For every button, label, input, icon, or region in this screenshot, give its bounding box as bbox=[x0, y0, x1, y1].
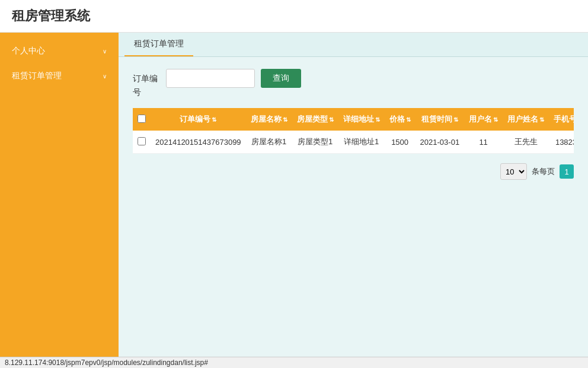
main-layout: 个人中心 ∨ 租赁订单管理 ∨ 租赁订单管理 订单编 号 查询 bbox=[0, 33, 588, 368]
row-address: 详细地址1 bbox=[338, 131, 385, 154]
sort-icon-order-no: ⇅ bbox=[212, 116, 216, 123]
row-house-type: 房屋类型1 bbox=[292, 131, 338, 154]
sort-icon-house-type: ⇅ bbox=[329, 116, 334, 123]
table-header-house-type[interactable]: 房屋类型⇅ bbox=[292, 108, 338, 131]
table-header-address[interactable]: 详细地址⇅ bbox=[338, 108, 385, 131]
sidebar-item-personal-center-arrow: ∨ bbox=[103, 48, 107, 55]
row-realname: 王先生 bbox=[503, 131, 549, 154]
sidebar-item-order-management-arrow: ∨ bbox=[103, 73, 107, 80]
table-body: 20214120151437673099 房屋名称1 房屋类型1 详细地址1 1… bbox=[133, 131, 574, 154]
search-input[interactable] bbox=[166, 69, 255, 88]
pagination-area: 102050 条每页 1 bbox=[133, 163, 574, 180]
row-select-checkbox[interactable] bbox=[138, 137, 146, 145]
row-checkbox[interactable] bbox=[133, 131, 151, 154]
orders-table: 订单编号⇅ 房屋名称⇅ 房屋类型⇅ 详细地址⇅ bbox=[133, 108, 574, 154]
row-price: 1500 bbox=[385, 131, 416, 154]
table-header-realname[interactable]: 用户姓名⇅ bbox=[503, 108, 549, 131]
select-all-checkbox[interactable] bbox=[138, 115, 146, 123]
sort-icon-username: ⇅ bbox=[493, 116, 498, 123]
table-header-rent-time[interactable]: 租赁时间⇅ bbox=[416, 108, 465, 131]
page-number-1[interactable]: 1 bbox=[560, 164, 574, 179]
status-url: 8.129.11.174:9018/jspm7epv0/jsp/modules/… bbox=[5, 359, 208, 367]
row-order-no: 20214120151437673099 bbox=[151, 131, 246, 154]
per-page-label: 条每页 bbox=[532, 166, 555, 177]
search-label-line1: 订单编 bbox=[133, 69, 158, 88]
row-username: 11 bbox=[464, 131, 503, 154]
sidebar-item-order-management-label: 租赁订单管理 bbox=[12, 71, 62, 81]
tab-bar: 租赁订单管理 bbox=[119, 33, 588, 57]
tab-order-management-label: 租赁订单管理 bbox=[134, 39, 184, 48]
table-header-price[interactable]: 价格⇅ bbox=[385, 108, 416, 131]
search-button[interactable]: 查询 bbox=[261, 69, 301, 88]
table-header-house-name[interactable]: 房屋名称⇅ bbox=[246, 108, 292, 131]
sort-icon-rent-time: ⇅ bbox=[453, 116, 458, 123]
app-title: 租房管理系统 bbox=[12, 7, 90, 25]
search-label-line2: 号 bbox=[133, 88, 141, 96]
sort-icon-realname: ⇅ bbox=[539, 116, 544, 123]
table-row: 20214120151437673099 房屋名称1 房屋类型1 详细地址1 1… bbox=[133, 131, 574, 154]
table-header-order-no[interactable]: 订单编号⇅ bbox=[151, 108, 246, 131]
search-label-block: 订单编 号 bbox=[133, 69, 162, 96]
main-content: 订单编 号 查询 订单编号⇅ bbox=[119, 57, 588, 368]
page-size-select[interactable]: 102050 bbox=[500, 163, 527, 180]
top-header: 租房管理系统 bbox=[0, 0, 588, 33]
row-phone: 138238 bbox=[549, 131, 574, 154]
table-header-username[interactable]: 用户名⇅ bbox=[464, 108, 503, 131]
sidebar: 个人中心 ∨ 租赁订单管理 ∨ bbox=[0, 33, 119, 368]
sort-icon-price: ⇅ bbox=[406, 116, 411, 123]
table-header: 订单编号⇅ 房屋名称⇅ 房屋类型⇅ 详细地址⇅ bbox=[133, 108, 574, 131]
sort-icon-house-name: ⇅ bbox=[283, 116, 287, 123]
table-wrap: 订单编号⇅ 房屋名称⇅ 房屋类型⇅ 详细地址⇅ bbox=[133, 108, 574, 154]
table-header-phone[interactable]: 手机号⇅ bbox=[549, 108, 574, 131]
content-area: 租赁订单管理 订单编 号 查询 bbox=[119, 33, 588, 368]
search-area: 订单编 号 查询 bbox=[133, 69, 574, 96]
row-house-name: 房屋名称1 bbox=[246, 131, 292, 154]
tab-order-management[interactable]: 租赁订单管理 bbox=[124, 33, 193, 56]
sidebar-item-personal-center[interactable]: 个人中心 ∨ bbox=[0, 39, 119, 64]
sort-icon-address: ⇅ bbox=[375, 116, 380, 123]
table-header-checkbox[interactable] bbox=[133, 108, 151, 131]
status-bar: 8.129.11.174:9018/jspm7epv0/jsp/modules/… bbox=[0, 357, 588, 368]
sidebar-item-order-management[interactable]: 租赁订单管理 ∨ bbox=[0, 64, 119, 88]
sidebar-item-personal-center-label: 个人中心 bbox=[12, 46, 45, 56]
row-rent-time: 2021-03-01 bbox=[416, 131, 465, 154]
